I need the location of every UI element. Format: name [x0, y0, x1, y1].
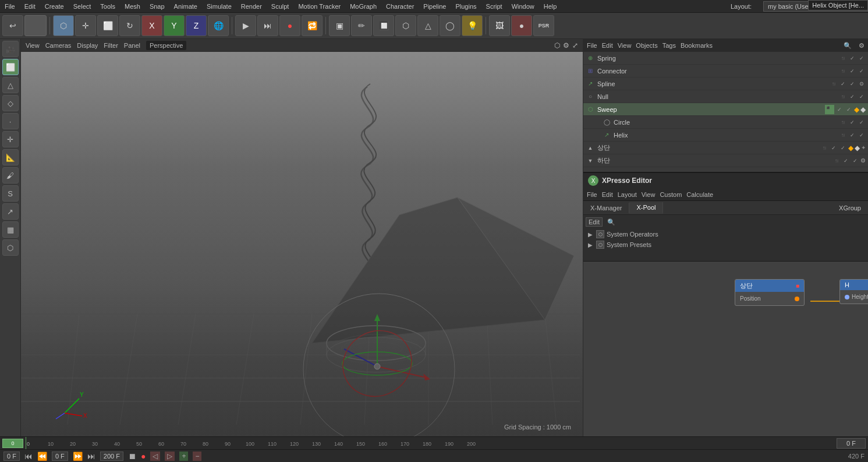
- sculpt-button[interactable]: S: [2, 185, 19, 202]
- shandan-visible-icon[interactable]: ◾: [820, 144, 828, 152]
- system-operators-expand-icon[interactable]: ▶: [588, 231, 593, 238]
- obj-row-shandan[interactable]: ▲ 상단 ◾ ✓ ✓ ◆ ◆ ✦: [583, 142, 868, 154]
- xpresso-menu-edit[interactable]: Edit: [602, 191, 613, 198]
- viewport-menu-panel[interactable]: Panel: [124, 42, 140, 49]
- menu-mograph[interactable]: MoGraph: [345, 2, 381, 11]
- curve-button[interactable]: ↗: [2, 203, 19, 220]
- current-frame-display[interactable]: 0 F: [837, 438, 866, 449]
- menu-mesh[interactable]: Mesh: [120, 2, 145, 11]
- bottom-play-end[interactable]: ⏭: [87, 452, 95, 461]
- menu-tools[interactable]: Tools: [95, 2, 120, 11]
- viewport-menu-cameras[interactable]: Cameras: [45, 42, 72, 49]
- tab-x-pool[interactable]: X-Pool: [629, 202, 663, 214]
- menu-script[interactable]: Script: [481, 2, 507, 11]
- step-forward-button[interactable]: ⏭: [257, 15, 278, 36]
- camera-button[interactable]: 🎥: [2, 41, 19, 57]
- objmgr-search-icon[interactable]: 🔍: [844, 42, 852, 50]
- spline-visible-icon[interactable]: ◾: [830, 80, 838, 88]
- bottom-frame-200[interactable]: 200 F: [100, 452, 123, 461]
- xpresso-menu-view[interactable]: View: [642, 191, 656, 198]
- menu-file[interactable]: File: [0, 2, 20, 11]
- spline-lock-icon[interactable]: ✓: [848, 80, 856, 88]
- xpresso-menu-file[interactable]: File: [587, 191, 597, 198]
- loop-button[interactable]: 🔁: [302, 15, 323, 36]
- bottom-play-back[interactable]: ⏮: [24, 452, 33, 461]
- spring-lock-icon[interactable]: ✓: [858, 54, 866, 62]
- bottom-frame-input[interactable]: 0 F: [52, 452, 68, 461]
- tab-xgroup[interactable]: XGroup: [832, 203, 868, 213]
- null-visible-icon[interactable]: ◾: [839, 93, 847, 101]
- tab-x-manager[interactable]: X-Manager: [583, 203, 629, 213]
- material-manager-button[interactable]: ●: [511, 15, 532, 36]
- rotate-tool-button[interactable]: ↻: [119, 15, 140, 36]
- shandan-lock-icon[interactable]: ✓: [839, 144, 847, 152]
- menu-help[interactable]: Help: [539, 2, 562, 11]
- xpresso-node-h[interactable]: H Height: [839, 279, 868, 304]
- viewport-menu-filter[interactable]: Filter: [104, 42, 118, 49]
- helix-visible-icon[interactable]: ◾: [839, 131, 847, 139]
- connector-render-icon[interactable]: ✓: [848, 67, 856, 75]
- spring-visible-icon[interactable]: ◾: [839, 54, 847, 62]
- record-button[interactable]: ●: [279, 15, 300, 36]
- world-button[interactable]: 🌐: [208, 15, 229, 36]
- grid-button[interactable]: ▦: [2, 221, 19, 238]
- shandan-tag-icon[interactable]: ◆: [848, 144, 853, 152]
- render-view-button[interactable]: 🖼: [489, 15, 510, 36]
- pool-edit-button[interactable]: Edit: [586, 217, 603, 227]
- snap-mode-button[interactable]: ✛: [2, 131, 19, 147]
- viewport-icon-settings[interactable]: ⚙: [563, 41, 569, 50]
- sweep-tag-icon[interactable]: ◆: [854, 105, 859, 114]
- undo-button[interactable]: ↩: [2, 15, 23, 36]
- bottom-play-forward[interactable]: ⏩: [73, 452, 83, 461]
- objmgr-settings-icon[interactable]: ⚙: [859, 42, 865, 50]
- draw-tool-button[interactable]: ✏: [351, 15, 372, 36]
- pool-search-icon[interactable]: 🔍: [607, 218, 615, 226]
- obj-row-connector[interactable]: ⊞ Connector ◾ ✓ ✓: [583, 65, 868, 77]
- bottom-prev-key[interactable]: ◁: [150, 452, 160, 461]
- bottom-play-button[interactable]: ⏪: [37, 452, 47, 461]
- sweep-visible-icon[interactable]: ◾: [825, 105, 834, 114]
- bottom-frame-start[interactable]: 0 F: [3, 452, 20, 461]
- viewport-menu-display[interactable]: Display: [77, 42, 98, 49]
- edge-mode-button[interactable]: ◇: [2, 95, 19, 111]
- bottom-stop-button[interactable]: ⏹: [128, 452, 136, 461]
- xpresso-menu-calculate[interactable]: Calculate: [686, 191, 713, 198]
- menu-select[interactable]: Select: [69, 2, 96, 11]
- menu-animate[interactable]: Animate: [169, 2, 202, 11]
- helix-render-icon[interactable]: ✓: [848, 131, 856, 139]
- menu-character[interactable]: Character: [381, 2, 419, 11]
- shandan-node-close[interactable]: ■: [796, 283, 799, 289]
- polygon-button[interactable]: △: [417, 15, 438, 36]
- obj-row-null[interactable]: ○ Null ◾ ✓ ✓: [583, 90, 868, 103]
- pool-system-operators[interactable]: ▶ ⬡ System Operators: [586, 229, 866, 239]
- position-out-port[interactable]: [795, 297, 799, 301]
- texture-button[interactable]: ⬡: [2, 239, 19, 256]
- material-button[interactable]: ◯: [440, 15, 460, 36]
- xpresso-menu-layout[interactable]: Layout: [618, 191, 637, 198]
- menu-sculpt[interactable]: Sculpt: [267, 2, 294, 11]
- select-tool-button[interactable]: ⬡: [53, 15, 74, 36]
- sweep-lock-icon[interactable]: ✓: [845, 105, 853, 114]
- hadan-lock-icon[interactable]: ✓: [851, 157, 859, 165]
- menu-snap[interactable]: Snap: [145, 2, 169, 11]
- psr-button[interactable]: PSR: [533, 15, 554, 36]
- x-axis-button[interactable]: X: [141, 15, 162, 36]
- play-button[interactable]: ▶: [235, 15, 256, 36]
- light-button[interactable]: 💡: [462, 15, 483, 36]
- obj-row-helix[interactable]: ↗ Helix ◾ ✓ ✓: [583, 129, 868, 142]
- obj-row-spline[interactable]: ↗ Spline ◾ ✓ ✓ ⚙: [583, 77, 868, 90]
- shandan-xpresso-icon[interactable]: ✦: [861, 144, 866, 151]
- objmgr-menu-file[interactable]: File: [587, 42, 597, 49]
- bottom-add-key[interactable]: +: [179, 452, 188, 461]
- connector-visible-icon[interactable]: ◾: [839, 67, 847, 75]
- menu-motiontracker[interactable]: Motion Tracker: [293, 2, 345, 11]
- sweep-tag2-icon[interactable]: ◆: [860, 105, 866, 114]
- height-in-port[interactable]: [845, 295, 849, 299]
- scale-tool-button[interactable]: ⬜: [97, 15, 118, 36]
- viewport-icon-fullscreen[interactable]: ⤢: [572, 41, 578, 50]
- polygon-mode-button[interactable]: △: [2, 77, 19, 93]
- object-button[interactable]: 🔲: [373, 15, 394, 36]
- objmgr-menu-edit[interactable]: Edit: [602, 42, 613, 49]
- spring-render-icon[interactable]: ✓: [848, 54, 856, 62]
- viewport-canvas[interactable]: Y X Grid Spacing : 1000 cm: [21, 52, 583, 436]
